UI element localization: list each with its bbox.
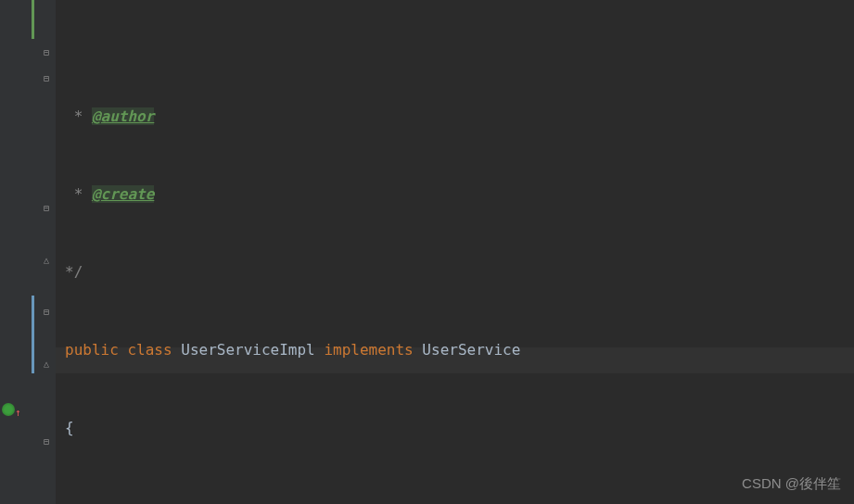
fold-icon[interactable]: ⊟ bbox=[44, 299, 49, 325]
override-arrow-icon: ↑ bbox=[15, 400, 21, 426]
override-gutter-icon[interactable] bbox=[2, 403, 15, 416]
fold-icon[interactable]: ⊟ bbox=[44, 429, 49, 455]
blank-line bbox=[65, 493, 854, 504]
change-stripe bbox=[32, 296, 34, 373]
fold-icon[interactable]: ⊟ bbox=[44, 66, 49, 92]
code-editor[interactable]: ⊟ ⊟ ⊟ △ ⊟ △ ⊟ ↑ * @author * @create */ p… bbox=[0, 0, 854, 504]
doc-end: */ bbox=[65, 263, 83, 281]
fold-icon[interactable]: ⊟ bbox=[44, 40, 49, 66]
fold-icon[interactable]: △ bbox=[44, 351, 49, 377]
brace-open: { bbox=[65, 415, 854, 441]
doc-comment: * @author bbox=[65, 107, 154, 125]
watermark: CSDN @後伴笙 bbox=[742, 471, 841, 497]
doc-comment: * @create bbox=[65, 185, 154, 203]
code-area[interactable]: * @author * @create */ public class User… bbox=[56, 0, 854, 504]
fold-icon[interactable]: ⊟ bbox=[44, 195, 49, 221]
change-stripe bbox=[32, 0, 34, 39]
fold-icon[interactable]: △ bbox=[44, 247, 49, 273]
gutter: ⊟ ⊟ ⊟ △ ⊟ △ ⊟ ↑ bbox=[0, 0, 56, 504]
